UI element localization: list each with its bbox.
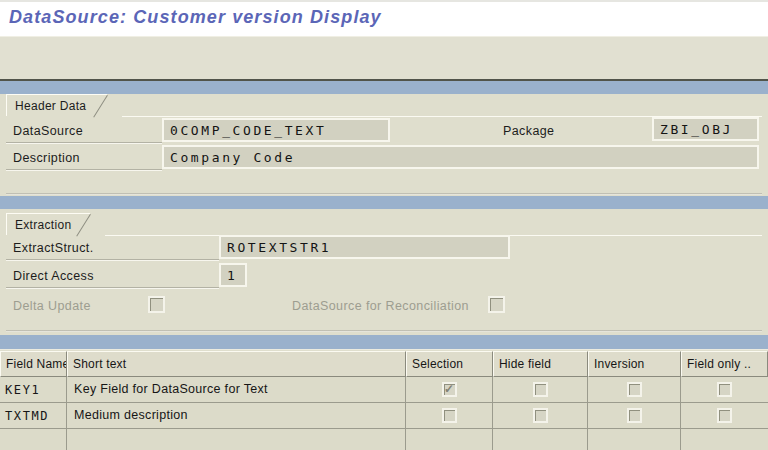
inversion-checkbox[interactable] [627, 408, 642, 423]
description-label: Description [13, 151, 80, 165]
title-bar: DataSource: Customer version Display [0, 0, 768, 36]
column-header-short-text[interactable]: Short text [67, 351, 406, 377]
table-row: TXTMD Medium description [0, 403, 768, 429]
datasource-field[interactable]: 0COMP_CODE_TEXT [162, 118, 390, 142]
column-header-hide-field[interactable]: Hide field [493, 351, 588, 377]
empty-cell [681, 429, 768, 450]
inversion-cell [588, 403, 681, 429]
extraction-group: Extraction ExtractStruct. ROTEXTSTR1 Dir… [6, 213, 762, 332]
hide-field-cell [493, 403, 588, 429]
short-text-cell: Medium description [67, 403, 406, 429]
column-header-field-name[interactable]: Field Name [0, 351, 67, 377]
package-label: Package [503, 124, 554, 138]
column-header-field-only[interactable]: Field only .. [681, 351, 768, 377]
header-data-tab: Header Data [6, 94, 107, 116]
field-only-checkbox[interactable] [717, 408, 732, 423]
extract-struct-label: ExtractStruct. [13, 241, 94, 255]
separator-band-bottom [0, 335, 768, 350]
inversion-cell [588, 377, 681, 403]
selection-cell [406, 377, 493, 403]
field-name-cell: KEY1 [0, 377, 67, 403]
selection-checkbox[interactable] [442, 382, 457, 397]
table-header-row: Field Name Short text Selection Hide fie… [0, 351, 768, 377]
row-underline [6, 142, 162, 143]
delta-update-label: Delta Update [13, 299, 91, 313]
empty-cell [67, 429, 406, 450]
selection-checkbox[interactable] [442, 408, 457, 423]
reconciliation-checkbox[interactable] [488, 296, 505, 313]
short-text-cell: Key Field for DataSource for Text [67, 377, 406, 403]
row-underline [6, 259, 219, 260]
delta-update-checkbox[interactable] [148, 296, 165, 313]
page-title: DataSource: Customer version Display [9, 7, 382, 28]
field-name-cell: TXTMD [0, 403, 67, 429]
direct-access-field[interactable]: 1 [219, 263, 247, 287]
empty-cell [406, 429, 493, 450]
separator-band-middle [0, 196, 768, 209]
hide-field-checkbox[interactable] [533, 382, 548, 397]
hide-field-checkbox[interactable] [533, 408, 548, 423]
separator-band-top [0, 81, 768, 94]
empty-cell [0, 429, 67, 450]
description-field[interactable]: Company Code [162, 145, 759, 169]
reconciliation-label: DataSource for Reconciliation [292, 299, 469, 313]
field-only-cell [681, 403, 768, 429]
table-empty-row [0, 429, 768, 450]
group-bottom-edge [6, 193, 762, 195]
selection-cell [406, 403, 493, 429]
empty-cell [588, 429, 681, 450]
column-header-inversion[interactable]: Inversion [588, 351, 681, 377]
datasource-label: DataSource [13, 124, 83, 138]
package-field[interactable]: ZBI_OBJ [652, 117, 759, 141]
field-only-checkbox[interactable] [717, 382, 732, 397]
table-row: KEY1 Key Field for DataSource for Text [0, 377, 768, 403]
application-toolbar [0, 36, 768, 81]
group-bottom-edge [6, 330, 762, 332]
sap-window: DataSource: Customer version Display Hea… [0, 0, 768, 450]
hide-field-cell [493, 377, 588, 403]
column-header-selection[interactable]: Selection [406, 351, 493, 377]
row-underline [6, 169, 162, 170]
inversion-checkbox[interactable] [627, 382, 642, 397]
empty-cell [493, 429, 588, 450]
field-table: Field Name Short text Selection Hide fie… [0, 351, 768, 450]
direct-access-label: Direct Access [13, 269, 94, 283]
header-data-group: Header Data DataSource 0COMP_CODE_TEXT P… [6, 94, 762, 195]
field-only-cell [681, 377, 768, 403]
extract-struct-field[interactable]: ROTEXTSTR1 [219, 235, 510, 259]
row-underline [6, 287, 219, 288]
